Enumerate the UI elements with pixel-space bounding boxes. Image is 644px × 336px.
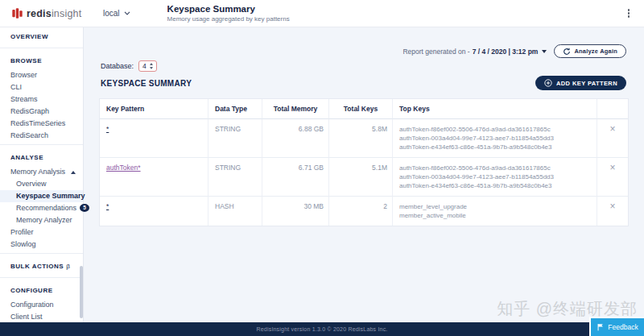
top-key: member_level_upgrade xyxy=(399,202,590,211)
logo-text: redisinsight xyxy=(27,8,81,19)
table-row-cell-data-type: STRING xyxy=(208,119,262,158)
report-toolbar: Report generated on - 7 / 4 / 2020 | 3:1… xyxy=(402,44,626,58)
table-row-cell-top-keys: authToken-f86ef002-5506-476d-a9ad-da3616… xyxy=(393,158,597,197)
sidebar-item-recommendations[interactable]: Recommendations5 xyxy=(0,202,83,214)
sidebar-item-memory-analyzer[interactable]: Memory Analyzer xyxy=(0,214,83,226)
report-generated-dropdown[interactable]: Report generated on - 7 / 4 / 2020 | 3:1… xyxy=(402,48,547,56)
recommendations-label: Recommendations xyxy=(16,204,76,212)
page-subtitle: Memory usage aggregated by key patterns xyxy=(167,15,290,23)
sidebar-item-browser[interactable]: Browser xyxy=(0,69,83,81)
sidebar-item-redistimeseries[interactable]: RedisTimeSeries xyxy=(0,118,83,130)
triangle-up-icon xyxy=(71,171,76,174)
table-row-cell-actions: × xyxy=(597,158,628,197)
main-content: Report generated on - 7 / 4 / 2020 | 3:1… xyxy=(84,27,644,322)
top-key: authToken-e434ef63-c86e-451a-9b7b-a9b548… xyxy=(399,143,590,151)
bulk-actions-label: BULK ACTIONS xyxy=(10,263,64,270)
database-selector-row: Database: 4 xyxy=(101,60,157,72)
database-select[interactable]: 4 xyxy=(138,60,157,72)
key-pattern-link[interactable]: authToken* xyxy=(106,164,141,172)
column-header-top-keys: Top Keys xyxy=(393,99,597,119)
table-row-cell-total-keys: 2 xyxy=(329,197,393,226)
logo-text-redis: redis xyxy=(27,8,52,19)
top-key: authToken-e434ef63-c86e-451a-9b7b-a9b548… xyxy=(399,181,590,190)
memory-analysis-label: Memory Analysis xyxy=(10,166,65,178)
sidebar-item-slowlog[interactable]: Slowlog xyxy=(0,239,83,251)
redisinsight-logo: redisinsight xyxy=(11,7,87,19)
add-key-pattern-label: ADD KEY PATTERN xyxy=(556,80,617,87)
table-row-cell-top-keys: authToken-f86ef002-5506-476d-a9ad-da3616… xyxy=(393,119,597,158)
sidebar-item-configuration[interactable]: Configuration xyxy=(0,299,83,311)
sidebar-item-ma-overview[interactable]: Overview xyxy=(0,178,83,190)
sidebar-item-profiler[interactable]: Profiler xyxy=(0,226,83,239)
feedback-label: Feedback xyxy=(608,323,638,331)
table-row-cell-total-memory: 6.71 GB xyxy=(262,158,329,197)
divider xyxy=(0,144,83,145)
beta-tag: β xyxy=(66,263,70,270)
table-row-cell-key-pattern: * xyxy=(100,119,208,158)
sidebar-item-redisgraph[interactable]: RedisGraph xyxy=(0,106,83,118)
chevron-down-icon xyxy=(124,11,130,15)
plus-circle-icon xyxy=(544,79,552,87)
column-header-total-keys: Total Keys xyxy=(329,99,393,119)
sidebar-item-memory-analysis[interactable]: Memory Analysis xyxy=(0,166,83,178)
feedback-button[interactable]: Feedback xyxy=(589,317,644,336)
sidebar-item-redisearch[interactable]: RediSearch xyxy=(0,130,83,142)
remove-row-button[interactable]: × xyxy=(609,124,615,134)
divider xyxy=(0,253,83,254)
top-key: authToken-003a4d04-99e7-4123-aee7-b11854… xyxy=(399,134,590,143)
logo-text-insight: insight xyxy=(52,8,82,19)
sidebar-item-cli[interactable]: CLI xyxy=(0,81,83,93)
keyspace-table: Key Pattern Data Type Total Memory Total… xyxy=(99,98,629,226)
table-row-cell-actions: × xyxy=(597,197,628,226)
flag-icon xyxy=(597,323,605,331)
key-pattern-link[interactable]: * xyxy=(106,202,109,210)
divider xyxy=(0,48,83,48)
column-header-actions xyxy=(597,99,628,119)
table-row-cell-top-keys: member_level_upgrade member_active_mobil… xyxy=(393,197,597,226)
report-generated-label: Report generated on - xyxy=(402,48,469,56)
top-key: authToken-003a4d04-99e7-4123-aee7-b11854… xyxy=(399,172,590,181)
table-row-cell-key-pattern: * xyxy=(100,197,208,226)
sidebar-nav: OVERVIEW BROWSE Browser CLI Streams Redi… xyxy=(0,27,84,322)
version-text: RedisInsight version 1.3.0 © 2020 RedisL… xyxy=(256,326,387,332)
table-row-cell-total-memory: 6.88 GB xyxy=(262,119,329,158)
sidebar-item-bulk-actions[interactable]: BULK ACTIONSβ xyxy=(0,256,83,275)
sidebar-scrollbar[interactable] xyxy=(80,266,83,318)
caret-down-icon xyxy=(542,50,547,53)
analyze-again-button[interactable]: Analyze Again xyxy=(554,44,626,58)
table-row-cell-data-type: HASH xyxy=(208,197,262,226)
recommendations-count-badge: 5 xyxy=(80,204,89,212)
redis-mark-icon xyxy=(11,7,23,19)
page-title: Keyspace Summary xyxy=(167,4,290,14)
sidebar-header-configure: CONFIGURE xyxy=(0,280,83,299)
sidebar-item-keyspace-summary[interactable]: Keyspace Summary xyxy=(0,190,83,202)
analyze-again-label: Analyze Again xyxy=(574,48,617,55)
database-select-value: 4 xyxy=(142,62,147,70)
sidebar-item-overview-section[interactable]: OVERVIEW xyxy=(0,27,83,45)
top-key: member_active_mobile xyxy=(399,211,590,220)
column-header-data-type: Data Type xyxy=(208,99,262,119)
sidebar-header-analyse: ANALYSE xyxy=(0,147,83,166)
table-row-cell-key-pattern: authToken* xyxy=(100,158,208,197)
connection-selector[interactable]: local xyxy=(103,9,130,18)
sidebar-header-browse: BROWSE xyxy=(0,51,83,69)
database-label: Database: xyxy=(101,62,134,70)
sidebar-item-streams[interactable]: Streams xyxy=(0,93,83,106)
connection-name: local xyxy=(103,9,120,18)
app-header: redisinsight local Keyspace Summary Memo… xyxy=(0,0,644,27)
table-row-cell-total-memory: 30 MB xyxy=(262,197,329,226)
page-title-block: Keyspace Summary Memory usage aggregated… xyxy=(167,4,290,23)
table-row-cell-actions: × xyxy=(597,119,628,158)
table-row-cell-data-type: STRING xyxy=(208,158,262,197)
sidebar-item-client-list[interactable]: Client List xyxy=(0,311,83,323)
remove-row-button[interactable]: × xyxy=(609,201,615,211)
divider xyxy=(0,277,83,278)
top-key: authToken-f86ef002-5506-476d-a9ad-da3616… xyxy=(399,164,590,172)
add-key-pattern-button[interactable]: ADD KEY PATTERN xyxy=(535,76,626,90)
keyspace-summary-section-header: KEYSPACE SUMMARY ADD KEY PATTERN xyxy=(101,76,626,90)
key-pattern-link[interactable]: * xyxy=(106,125,109,133)
remove-row-button[interactable]: × xyxy=(609,163,615,172)
overflow-menu-icon[interactable] xyxy=(625,6,634,21)
top-key: authToken-f86ef002-5506-476d-a9ad-da3616… xyxy=(399,125,590,134)
column-header-total-memory: Total Memory xyxy=(262,99,329,119)
